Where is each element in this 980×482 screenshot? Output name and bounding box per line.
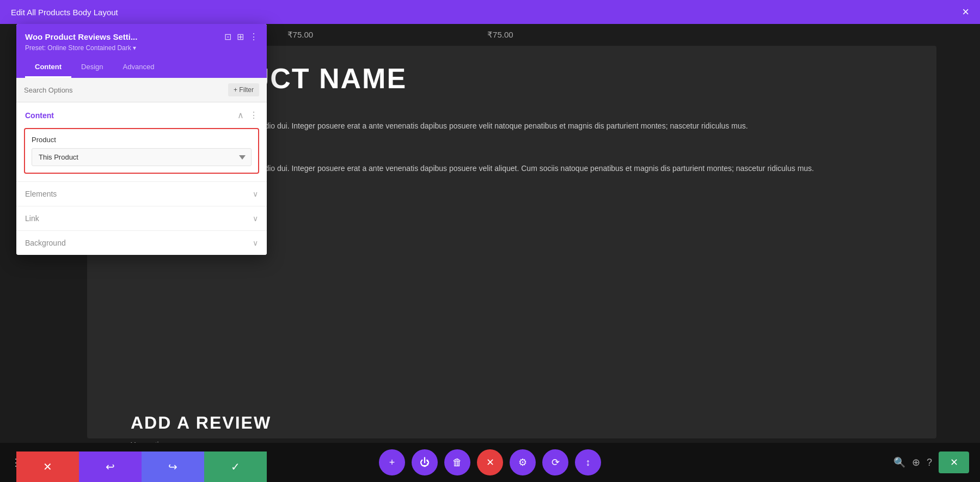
content-section-collapse-icon[interactable]: ∧ bbox=[237, 110, 244, 120]
panel-header-icons: ⊡ ⊞ ⋮ bbox=[224, 32, 258, 42]
price-3: ₹75.00 bbox=[487, 30, 513, 40]
toolbar-help-icon[interactable]: ? bbox=[927, 457, 932, 468]
filter-button[interactable]: + Filter bbox=[228, 83, 259, 96]
title-bar-close-button[interactable]: × bbox=[962, 6, 969, 18]
redo-button[interactable]: ↪ bbox=[142, 452, 204, 482]
product-select[interactable]: This Product Other Product bbox=[32, 148, 252, 166]
link-section-header[interactable]: Link ∨ bbox=[16, 206, 267, 230]
history-button[interactable]: ⟳ bbox=[542, 449, 568, 475]
panel-header: Woo Product Reviews Setti... ⊡ ⊞ ⋮ Prese… bbox=[16, 24, 267, 57]
content-section-header[interactable]: Content ∧ ⋮ bbox=[16, 102, 267, 128]
background-section: Background ∨ bbox=[16, 230, 267, 255]
elements-section: Elements ∨ bbox=[16, 181, 267, 206]
tab-content[interactable]: Content bbox=[25, 57, 71, 78]
add-review-title: ADD A REVIEW bbox=[131, 413, 271, 433]
panel-more-icon[interactable]: ⋮ bbox=[249, 32, 258, 42]
link-section: Link ∨ bbox=[16, 206, 267, 230]
toolbar-layers-icon[interactable]: ⊕ bbox=[912, 456, 920, 468]
content-section-more-icon[interactable]: ⋮ bbox=[249, 110, 258, 120]
toolbar-save-button[interactable]: ✕ bbox=[939, 452, 969, 473]
elements-section-header[interactable]: Elements ∨ bbox=[16, 182, 267, 206]
save-button[interactable]: ✓ bbox=[204, 452, 267, 482]
background-section-header[interactable]: Background ∨ bbox=[16, 231, 267, 255]
panel-title: Woo Product Reviews Setti... bbox=[25, 32, 137, 41]
cancel-button[interactable]: ✕ bbox=[16, 452, 79, 482]
elements-chevron-icon: ∨ bbox=[253, 190, 258, 198]
power-button[interactable]: ⏻ bbox=[412, 449, 438, 475]
settings-button[interactable]: ⚙ bbox=[510, 449, 536, 475]
adjust-button[interactable]: ↕ bbox=[575, 449, 601, 475]
panel-layout-icon[interactable]: ⊞ bbox=[237, 32, 244, 42]
search-input[interactable] bbox=[24, 86, 228, 94]
panel-preset[interactable]: Preset: Online Store Contained Dark ▾ bbox=[25, 44, 258, 52]
title-bar-text: Edit All Products Body Layout bbox=[11, 8, 118, 17]
toolbar-center: + ⏻ 🗑 ✕ ⚙ ⟳ ↕ bbox=[379, 449, 601, 475]
link-chevron-icon: ∨ bbox=[253, 214, 258, 223]
product-section: Product This Product Other Product bbox=[24, 128, 259, 174]
panel-responsive-icon[interactable]: ⊡ bbox=[224, 32, 231, 42]
link-section-title: Link bbox=[25, 214, 39, 223]
panel-content: Content ∧ ⋮ Product This Product Other P… bbox=[16, 102, 267, 255]
action-bar: ✕ ↩ ↪ ✓ bbox=[16, 452, 267, 482]
toolbar-right-search-icon[interactable]: 🔍 bbox=[893, 456, 905, 468]
panel-title-row: Woo Product Reviews Setti... ⊡ ⊞ ⋮ bbox=[25, 32, 258, 42]
tab-design[interactable]: Design bbox=[71, 57, 113, 78]
price-2: ₹75.00 bbox=[287, 30, 314, 40]
content-section-title: Content bbox=[25, 111, 54, 120]
delete-button[interactable]: 🗑 bbox=[444, 449, 470, 475]
panel-search: + Filter bbox=[16, 78, 267, 102]
background-chevron-icon: ∨ bbox=[253, 239, 258, 247]
tab-advanced[interactable]: Advanced bbox=[113, 57, 164, 78]
toolbar-right: 🔍 ⊕ ? ✕ bbox=[893, 452, 969, 473]
section-icons: ∧ ⋮ bbox=[237, 110, 258, 120]
settings-panel: Woo Product Reviews Setti... ⊡ ⊞ ⋮ Prese… bbox=[16, 24, 267, 255]
product-label: Product bbox=[32, 136, 252, 144]
undo-button[interactable]: ↩ bbox=[79, 452, 142, 482]
title-bar: Edit All Products Body Layout × bbox=[0, 0, 980, 24]
panel-tabs: Content Design Advanced bbox=[16, 57, 267, 78]
add-module-button[interactable]: + bbox=[379, 449, 405, 475]
elements-section-title: Elements bbox=[25, 190, 57, 198]
background-section-title: Background bbox=[25, 239, 66, 247]
close-module-button[interactable]: ✕ bbox=[477, 449, 503, 475]
